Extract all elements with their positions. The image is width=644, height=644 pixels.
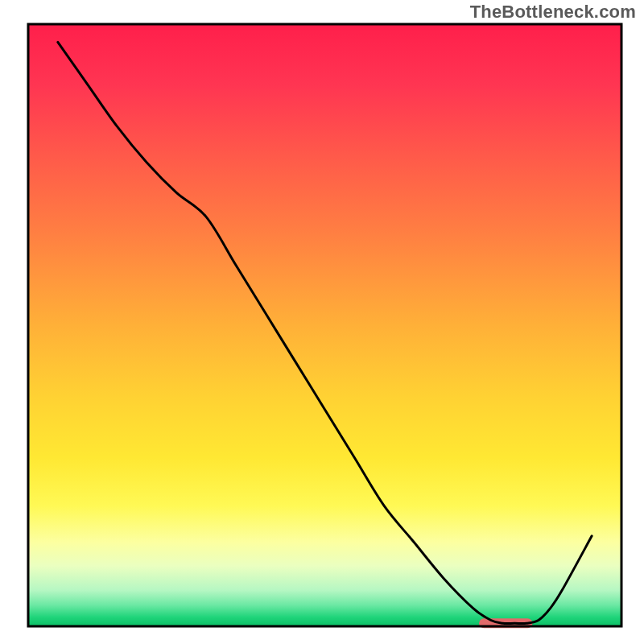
gradient-background [28,24,621,626]
bottleneck-chart [0,0,644,644]
chart-stage: TheBottleneck.com [0,0,644,644]
